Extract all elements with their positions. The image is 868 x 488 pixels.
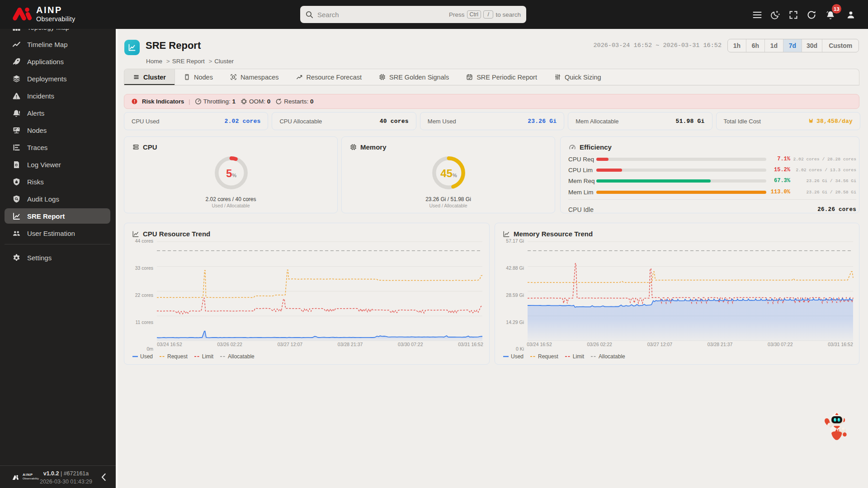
svg-text:03/27 12:07: 03/27 12:07 [278,342,303,347]
svg-text:14.29 Gi: 14.29 Gi [506,319,524,325]
svg-text:03/28 21:37: 03/28 21:37 [708,342,733,347]
svg-text:03/26 02:22: 03/26 02:22 [587,342,612,347]
svg-text:03/27 12:07: 03/27 12:07 [647,342,673,347]
svg-text:0m: 0m [146,346,153,352]
svg-text:11 cores: 11 cores [136,319,154,325]
svg-text:03/30 07:22: 03/30 07:22 [768,342,793,347]
svg-text:42.88 Gi: 42.88 Gi [506,265,524,271]
svg-text:03/30 07:22: 03/30 07:22 [398,342,423,347]
svg-text:44 cores: 44 cores [135,238,153,244]
svg-text:03/31 16:52: 03/31 16:52 [458,342,483,347]
svg-text:33 cores: 33 cores [135,265,153,271]
svg-text:03/26 02:22: 03/26 02:22 [217,342,242,347]
svg-text:0 Ki: 0 Ki [516,346,524,352]
svg-text:03/28 21:37: 03/28 21:37 [338,342,363,347]
svg-text:57.17 Gi: 57.17 Gi [506,238,524,244]
svg-text:03/24 16:52: 03/24 16:52 [527,342,552,347]
svg-text:28.59 Gi: 28.59 Gi [506,292,524,298]
svg-text:03/24 16:52: 03/24 16:52 [157,342,182,347]
svg-text:22 cores: 22 cores [135,292,153,298]
svg-text:03/31 16:52: 03/31 16:52 [828,342,853,347]
